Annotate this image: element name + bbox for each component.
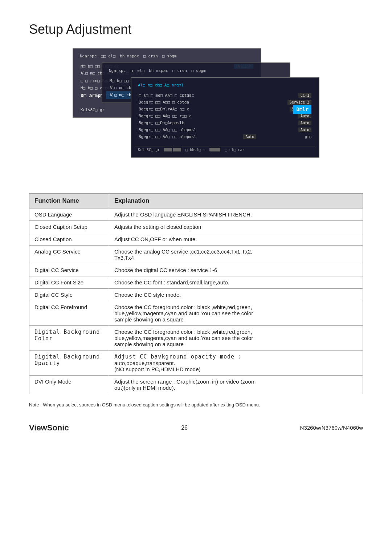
table-row: Digital CC Font SizeChoose the CC font :… — [29, 276, 363, 289]
function-cell: Digital BackgroundColor — [29, 326, 109, 351]
function-cell: Digital CC Forefround — [29, 301, 109, 326]
osd-front-row-5: Bgegr□ □□Dm□Aepmslb Auto — [135, 119, 315, 126]
explanation-cell: Adjusts the setting of closed caption — [109, 221, 363, 233]
page-number: 26 — [181, 425, 188, 431]
table-row: Digital CC ServiceChoose the digital CC … — [29, 264, 363, 276]
model-number: N3260w/N3760w/N4060w — [300, 425, 363, 431]
osd-front-bottom: Kcls8C□ gr □ bhsl□ r □ cl□ car — [135, 146, 315, 153]
table-row: Analog CC ServiceChoose the analog CC se… — [29, 246, 363, 264]
osd-mid-nav-1: Ngarspc — [109, 68, 126, 73]
explanation-cell: Choose the CC font : standard,small,larg… — [109, 276, 363, 289]
page-footer: ViewSonic 26 N3260w/N3760w/N4060w — [29, 423, 363, 433]
table-row: Digital CC ForefroundChoose the CC foreg… — [29, 301, 363, 326]
function-cell: DVI Only Mode — [29, 376, 109, 394]
explanation-cell: Choose the digital CC service : service … — [109, 264, 363, 276]
osd-front-row-6: Bgegr□ □□ AA□ □□ alepmsl Auto — [135, 126, 315, 133]
osd-front-row-7: Bgegr□ □□ AA□ □□ alepmsl Auto gr□ — [135, 133, 315, 140]
osd-mid-nav-3: bh mspac — [149, 68, 168, 73]
osd-back-nav-5: □ sbgm — [162, 54, 177, 58]
explanation-cell: Choose the CC foreground color : black ,… — [109, 326, 363, 351]
function-cell: Digital BackgroundOpacity — [29, 351, 109, 376]
osd-mid-nav-4: □ crsn — [172, 68, 187, 73]
function-cell: Digital CC Font Size — [29, 276, 109, 289]
explanation-cell: Choose the analog CC service :cc1,cc2,cc… — [109, 246, 363, 264]
table-row: DVI Only ModeAdjust the screen range : G… — [29, 376, 363, 394]
explanation-cell: Adjust the OSD language ENGLISH,SPANISH,… — [109, 208, 363, 221]
explanation-cell: Adjust the screen range : Graphic(zoom i… — [109, 376, 363, 394]
osd-front-row-4: Bgegr□ □□ AA□ □□ r□□ c Auto — [135, 113, 315, 119]
osd-back-nav-4: □ crsn — [143, 54, 158, 58]
table-row: OSD LanguageAdjust the OSD language ENGL… — [29, 208, 363, 221]
osd-front-nav: Al□ m□ cb□ A□ nrgml — [138, 83, 184, 88]
osd-front-row-2: Bgegr□ □□ A□□ □ cptga Service 2 — [135, 99, 315, 106]
page-title: Setup Adjustment — [29, 22, 363, 37]
table-row: Closed Caption SetupAdjusts the setting … — [29, 221, 363, 233]
table-row: Closed CaptionAdjust CC ON,OFF or when m… — [29, 233, 363, 246]
brand-name: ViewSonic — [29, 423, 69, 433]
osd-front-row-3: Bgegr□ □□DmlrAA□ g□ c Standard Dmlr — [135, 106, 315, 113]
col1-header: Function Name — [29, 194, 109, 208]
function-cell: Analog CC Service — [29, 246, 109, 264]
function-cell: Digital CC Style — [29, 289, 109, 301]
col2-header: Explanation — [109, 194, 363, 208]
dml-badge: Dmlr — [293, 105, 311, 114]
explanation-cell: Adjust CC ON,OFF or when mute. — [109, 233, 363, 246]
explanation-cell: Choose the CC foreground color : black ,… — [109, 301, 363, 326]
function-cell: Digital CC Service — [29, 264, 109, 276]
function-cell: OSD Language — [29, 208, 109, 221]
function-cell: Closed Caption Setup — [29, 221, 109, 233]
note-text: Note : When you select sources in OSD me… — [29, 401, 363, 409]
osd-back-nav-2: □□ el□ — [101, 54, 115, 58]
osd-mid-nav-5: □ sbgm — [191, 68, 206, 73]
explanation-cell: Choose the CC style mode. — [109, 289, 363, 301]
table-row: Digital BackgroundOpacityAdjust CC bavkg… — [29, 351, 363, 376]
osd-mid-nav-2: □□ el□ — [130, 68, 144, 73]
function-table: Function Name Explanation OSD LanguageAd… — [29, 193, 363, 394]
table-row: Digital CC StyleChoose the CC style mode… — [29, 289, 363, 301]
osd-front-row-1: □ l□ □ me□ AA□ □ cptgac CC-1 — [135, 92, 315, 99]
explanation-cell: Adjust CC bavkground opacity mode :auto,… — [109, 351, 363, 376]
function-cell: Closed Caption — [29, 233, 109, 246]
osd-back-nav-3: bh mspac — [120, 54, 139, 58]
osd-panel-front: Al□ m□ cb□ A□ nrgml □ l□ □ me□ AA□ □ cpt… — [131, 77, 319, 158]
osd-mockup: Ngarspc □□ el□ bh mspac □ crsn □ sbgm M□… — [73, 48, 319, 179]
table-row: Digital BackgroundColorChoose the CC for… — [29, 326, 363, 351]
osd-back-nav-1: Ngarspc — [80, 54, 97, 58]
